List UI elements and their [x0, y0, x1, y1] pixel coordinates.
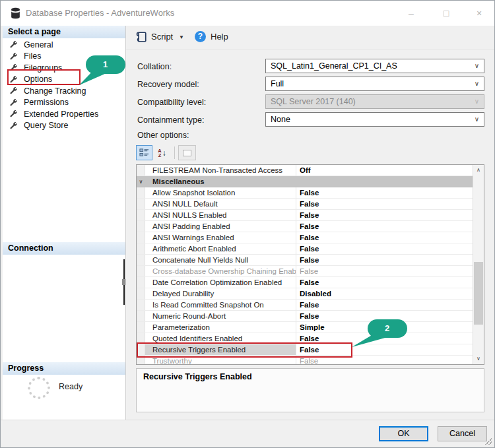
property-pages-icon — [183, 150, 191, 156]
chevron-down-icon: ∨ — [475, 95, 479, 108]
grid-row-numeric-round-abort[interactable]: Numeric Round-Abort False — [137, 311, 473, 322]
row-margin — [137, 255, 145, 265]
grid-row-parameterization[interactable]: Parameterization Simple — [137, 322, 473, 333]
database-properties-dialog: Database Properties - AdventureWorks – □… — [0, 0, 495, 448]
grid-row-ansi-padding-enabled[interactable]: ANSI Padding Enabled False — [137, 221, 473, 232]
sidebar-item-extended-properties[interactable]: Extended Properties — [3, 108, 125, 120]
containment-type-combobox[interactable]: None ∨ — [265, 112, 484, 127]
grid-row-allow-snapshot-isolation[interactable]: Allow Snapshot Isolation False — [137, 187, 473, 199]
combo-value: SQL_Latin1_General_CP1_CI_AS — [271, 61, 397, 71]
grid-row-read-committed-snapshot[interactable]: Is Read Committed Snapshot On False — [137, 300, 473, 311]
collapse-chevron-icon[interactable]: ∨ — [137, 176, 145, 187]
row-margin — [137, 210, 145, 220]
wrench-icon — [9, 121, 18, 130]
other-options-label: Other options: — [137, 131, 189, 140]
chevron-down-icon: ∨ — [475, 59, 479, 73]
scroll-up-icon[interactable]: ∧ — [473, 165, 484, 176]
grid-scrollbar[interactable]: ∧ ∨ — [473, 165, 484, 364]
row-margin — [137, 311, 145, 321]
grid-row-arithmetic-abort-enabled[interactable]: Arithmetic Abort Enabled False — [137, 243, 473, 255]
row-margin — [137, 266, 145, 276]
wrench-icon — [9, 52, 18, 61]
row-margin — [137, 288, 145, 299]
chevron-down-icon: ∨ — [475, 113, 479, 126]
title-bar: Database Properties - AdventureWorks – □… — [1, 1, 494, 26]
callout-number: 1 — [103, 59, 108, 69]
close-icon[interactable]: × — [468, 5, 490, 22]
compatibility-level-combobox: SQL Server 2017 (140) ∨ — [265, 94, 484, 109]
grid-row-filestream[interactable]: FILESTREAM Non-Transacted Access Off — [137, 165, 473, 176]
grid-row-ansi-null-default[interactable]: ANSI NULL Default False — [137, 199, 473, 210]
wrench-icon — [9, 40, 18, 49]
sidebar-item-query-store[interactable]: Query Store — [3, 120, 125, 132]
grid-row-delayed-durability[interactable]: Delayed Durability Disabled — [137, 288, 473, 300]
collation-label: Collation: — [137, 62, 172, 71]
progress-status: Ready — [59, 382, 82, 391]
select-a-page-header: Select a page — [3, 26, 125, 38]
sidebar-item-label: Permissions — [24, 98, 69, 107]
dialog-toolbar: Script ▼ ? Help — [126, 26, 495, 50]
grid-row-date-correlation[interactable]: Date Correlation Optimization Enabled Fa… — [137, 277, 473, 288]
scrollbar-thumb[interactable] — [474, 262, 483, 325]
sidebar-item-label: Extended Properties — [24, 110, 98, 119]
grid-row-ansi-nulls-enabled[interactable]: ANSI NULLS Enabled False — [137, 210, 473, 221]
wrench-icon — [9, 98, 18, 107]
cancel-button[interactable]: Cancel — [438, 426, 487, 441]
options-highlight-box — [7, 69, 81, 85]
toolbar-separator — [174, 146, 175, 159]
ok-button[interactable]: OK — [379, 426, 428, 441]
script-button[interactable]: Script — [151, 32, 173, 42]
sidebar-item-label: Change Tracking — [24, 86, 86, 96]
callout-bubble-icon — [349, 319, 410, 349]
categorized-icon — [139, 148, 149, 158]
wrench-icon — [9, 110, 18, 118]
resize-grip[interactable] — [485, 438, 492, 445]
recovery-model-label: Recovery model: — [137, 80, 199, 89]
callout-step-2: 2 — [349, 319, 410, 349]
maximize-icon[interactable]: □ — [435, 5, 457, 22]
callout-number: 2 — [385, 323, 389, 333]
chevron-down-icon: ∨ — [475, 77, 479, 90]
row-margin — [137, 322, 145, 333]
row-margin — [137, 243, 145, 254]
sidebar-item-label: General — [24, 40, 53, 49]
row-margin — [137, 277, 145, 288]
sidebar-item-permissions[interactable]: Permissions — [3, 97, 125, 109]
row-margin — [137, 300, 145, 310]
window-title: Database Properties - AdventureWorks — [26, 8, 174, 18]
progress-header: Progress — [3, 362, 125, 375]
property-pages-button-disabled — [178, 145, 196, 160]
minimize-icon[interactable]: – — [400, 5, 422, 22]
grid-row-ansi-warnings-enabled[interactable]: ANSI Warnings Enabled False — [137, 232, 473, 243]
help-icon[interactable]: ? — [195, 31, 206, 42]
row-margin — [137, 199, 145, 209]
grid-row-concatenate-null[interactable]: Concatenate Null Yields Null False — [137, 255, 473, 266]
property-description-panel: Recursive Triggers Enabled — [136, 368, 484, 412]
database-icon — [10, 7, 21, 19]
combo-value: SQL Server 2017 (140) — [271, 97, 356, 106]
row-margin — [137, 221, 145, 232]
wrench-icon — [9, 86, 18, 95]
row-margin — [137, 165, 145, 176]
sort-arrow-icon: ↓ — [162, 148, 166, 158]
categorized-view-button[interactable] — [136, 145, 152, 160]
sidebar-item-general[interactable]: General — [3, 39, 125, 51]
scroll-down-icon[interactable]: ∨ — [473, 354, 484, 364]
combo-value: None — [271, 115, 290, 124]
grid-rows: FILESTREAM Non-Transacted Access Off ∨ M… — [137, 165, 473, 364]
grid-row-cross-database-chaining: Cross-database Ownership Chaining Enable… — [137, 266, 473, 277]
sidebar-item-label: Files — [24, 51, 41, 61]
description-title: Recursive Triggers Enabled — [143, 372, 252, 381]
combo-value: Full — [271, 79, 284, 88]
sort-az-icon: AZ — [158, 148, 161, 158]
collation-combobox[interactable]: SQL_Latin1_General_CP1_CI_AS ∨ — [265, 59, 484, 73]
sidebar-item-change-tracking[interactable]: Change Tracking — [3, 85, 125, 97]
sidebar-item-label: Query Store — [24, 121, 68, 130]
script-dropdown-icon[interactable]: ▼ — [179, 34, 184, 40]
grid-category-miscellaneous[interactable]: ∨ Miscellaneous — [137, 176, 473, 187]
help-button[interactable]: Help — [211, 32, 228, 42]
alphabetical-sort-button[interactable]: AZ ↓ — [154, 145, 170, 160]
compatibility-level-label: Compatibility level: — [137, 98, 206, 107]
progress-spinner-icon — [28, 377, 50, 399]
recovery-model-combobox[interactable]: Full ∨ — [265, 77, 484, 91]
